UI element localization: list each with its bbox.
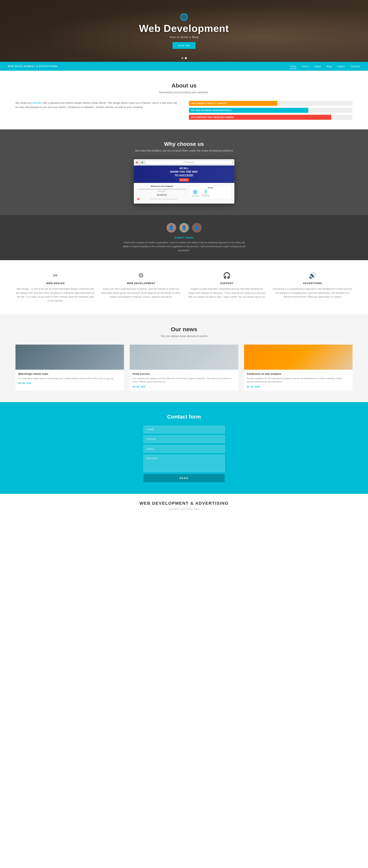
news-desc-3: Provide a platform for the international…: [247, 377, 350, 383]
avatar-3[interactable]: 👤: [192, 223, 202, 232]
browser-offer-title: OFFER: [191, 187, 229, 189]
about-section: About us Developing and promoting your w…: [0, 71, 368, 129]
webdev-desc: Every user like a potential buyer or par…: [101, 287, 181, 299]
webdev-title: WEB DEVELOPMENT: [101, 282, 181, 285]
webdesign-desc: Web design – is, first of all, the art o…: [16, 287, 95, 303]
network-icon: 🌐: [191, 190, 199, 194]
name-input[interactable]: [143, 426, 225, 433]
message-input[interactable]: [143, 455, 225, 472]
stat-icon-mission: ✚: [137, 197, 140, 201]
contact-section: Contact form SEND: [0, 402, 368, 494]
why-subtitle: We solve the problem, but do not push th…: [16, 149, 352, 152]
bar-fill-3: 87% STARTUPS THAT RECEIVED FUNDING: [189, 115, 331, 120]
hero-title: Web Development: [139, 23, 229, 34]
bar-1: 54% CURRENT PROJECT CAPACITY: [189, 101, 353, 106]
news-image-3: [244, 345, 352, 370]
browser-mission-text: Lorem ipsum dolor sit amet. Sed viverra …: [141, 198, 187, 200]
send-button[interactable]: SEND: [143, 474, 225, 482]
nav-gallery[interactable]: Gallery: [337, 64, 345, 69]
service-webdesign: ✂ WEB-DESIGN Web design – is, first of a…: [16, 272, 95, 303]
about-text: We create any websites with a pleasant a…: [16, 101, 179, 120]
webdesign-icon: ✂: [16, 272, 95, 279]
services-section: ✂ WEB-DESIGN Web design – is, first of a…: [0, 260, 368, 314]
browser-dot-green: [142, 162, 143, 163]
browser-url-bar: IT Company: [146, 161, 232, 164]
browser-offer-database: 🗄 DATABASESOLUTIONS: [202, 190, 209, 197]
browser-offer-icons: 🌐 NETWORKSOLUTIONS 🗄 DATABASESOLUTIONS: [191, 190, 229, 197]
contact-title: Contact form: [16, 414, 352, 420]
footer-copyright: Copyright © | 2015 Privacy Policy: [16, 508, 352, 510]
browser-mission-stat: ✚ Lorem ipsum dolor sit amet. Sed viverr…: [137, 197, 187, 201]
more-info-button[interactable]: more info: [172, 42, 196, 49]
browser-mission-title: Our Mission: [137, 194, 187, 196]
hero-subtitle: How to Build a Blog: [139, 35, 229, 39]
browser-para-1: Lorem ipsum dolor sit amet, consectetur …: [137, 188, 187, 192]
news-body-2: Small success Our company has signed a c…: [130, 370, 238, 391]
hero-dot-2[interactable]: [185, 57, 187, 59]
footer-brand: WEB DEVELOPMENT & ADVERTISING: [16, 501, 352, 506]
news-date-1: 08 / 09 / 2016: [18, 382, 121, 384]
news-image-2: [130, 345, 238, 370]
browser-body: Welcome to Our Company! Lorem ipsum dolo…: [134, 183, 234, 204]
browser-welcome-title: Welcome to Our Company!: [137, 185, 187, 187]
news-body-1: Web-design master class In a week goal m…: [16, 370, 124, 387]
browser-offer: OFFER 🌐 NETWORKSOLUTIONS 🗄 DATABASESOLUT…: [190, 185, 231, 199]
service-webdev: ⚙ WEB DEVELOPMENT Every user like a pote…: [101, 272, 181, 303]
browser-right: OFFER 🌐 NETWORKSOLUTIONS 🗄 DATABASESOLUT…: [190, 185, 231, 201]
contact-form: SEND: [143, 426, 225, 482]
nav-home[interactable]: Home: [290, 64, 296, 69]
browser-mockup: IT Company WE WILL SHOW YOU THE WAY TO S…: [134, 159, 234, 204]
phone-input[interactable]: [143, 435, 225, 443]
news-body-3: Conference on web analytics Provide a pl…: [244, 370, 352, 391]
browser-offer-network: 🌐 NETWORKSOLUTIONS: [191, 190, 199, 197]
testimonials-section: 👤 👤 👤 ROBERT ADAMS "I thank the company …: [0, 215, 368, 260]
webdesign-title: WEB-DESIGN: [16, 282, 95, 285]
nav-brand: WEB DEVELOPMENT & ADVERTISING: [8, 65, 58, 67]
news-title: Our news: [16, 326, 352, 333]
nav-blog[interactable]: Blog: [327, 64, 332, 69]
why-choose-section: Why choose us We solve the problem, but …: [0, 129, 368, 215]
news-subtitle: You can always keep abreast of events: [16, 335, 352, 338]
privacy-policy-link[interactable]: Privacy Policy: [187, 508, 200, 510]
services-grid: ✂ WEB-DESIGN Web design – is, first of a…: [16, 272, 352, 303]
advertising-icon: 🔊: [273, 272, 352, 279]
about-title: About us: [16, 82, 352, 89]
avatar-1[interactable]: 👤: [167, 223, 176, 232]
bar-3: 87% STARTUPS THAT RECEIVED FUNDING: [189, 115, 353, 120]
advertising-desc: Advertising is a comprehensive approach …: [273, 287, 352, 299]
about-bars: 54% CURRENT PROJECT CAPACITY 73% NEW BUS…: [189, 101, 353, 120]
news-desc-2: Our company has signed a contract with o…: [133, 377, 235, 383]
avatar-2[interactable]: 👤: [179, 223, 189, 232]
network-label: NETWORKSOLUTIONS: [191, 194, 199, 197]
news-image-1: [16, 345, 124, 370]
nav-contacts[interactable]: Contacts: [350, 64, 360, 69]
nav-about[interactable]: About: [302, 64, 309, 69]
browser-bar: IT Company: [134, 159, 234, 165]
news-item-2: Small success Our company has signed a c…: [130, 345, 238, 391]
navigation: WEB DEVELOPMENT & ADVERTISING Home About…: [0, 62, 368, 71]
browser-hero-image: WE WILL SHOW YOU THE WAY TO SUCCESS! See…: [134, 165, 234, 183]
email-input[interactable]: [143, 445, 225, 453]
globe-icon: 🌐: [139, 13, 229, 21]
browser-dot-yellow: [139, 162, 140, 163]
support-desc: Support is really important, streamlined…: [187, 287, 267, 299]
database-icon: 🗄: [202, 190, 209, 194]
service-support: 🎧 SUPPORT Support is really important, s…: [187, 272, 267, 303]
news-item-1: Web-design master class In a week goal m…: [16, 345, 124, 391]
browser-dot-red: [136, 162, 138, 163]
testimonial-avatars: 👤 👤 👤: [16, 223, 352, 232]
news-desc-1: In a week goal master class on web desig…: [18, 377, 121, 380]
hero-dots: [181, 57, 187, 59]
advertising-title: ADVERTISING: [273, 282, 352, 285]
hero-section: 🌐 Web Development How to Build a Blog mo…: [0, 0, 368, 62]
news-title-3: Conference on web analytics: [247, 372, 350, 375]
testimonial-name: ROBERT ADAMS: [16, 237, 352, 239]
news-section: Our news You can always keep abreast of …: [0, 314, 368, 402]
news-title-1: Web-design master class: [18, 372, 121, 375]
bar-fill-2: 73% NEW BUSINESS FROM REFERRALS: [189, 108, 308, 113]
nav-pages[interactable]: Pages: [314, 64, 321, 69]
news-date-2: 08 / 09 / 2016: [133, 385, 235, 388]
about-link-websites[interactable]: websites: [32, 101, 42, 104]
browser-left: Welcome to Our Company! Lorem ipsum dolo…: [137, 185, 187, 201]
hero-dot-1[interactable]: [181, 57, 183, 59]
